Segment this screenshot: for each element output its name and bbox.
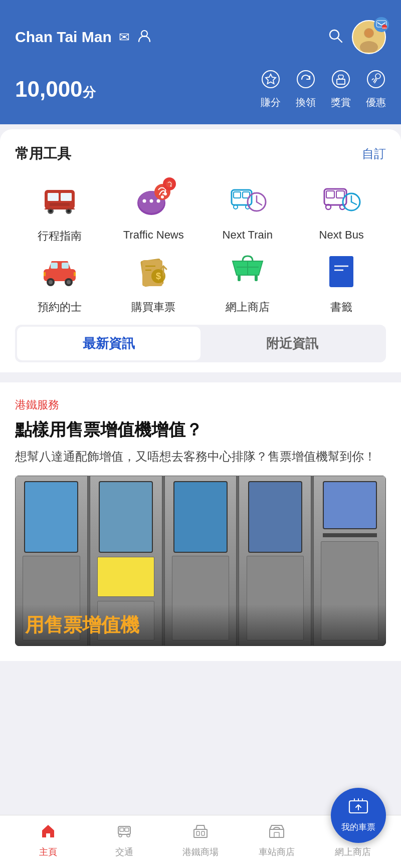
svg-rect-19 xyxy=(48,193,59,201)
tool-next-train[interactable]: Next Train xyxy=(203,177,292,244)
svg-rect-61 xyxy=(74,272,76,276)
fab-label: 我的車票 xyxy=(341,821,375,833)
avatar-container[interactable]: ••• xyxy=(352,20,386,54)
tool-bookmark[interactable]: 書籤 xyxy=(297,249,386,315)
machine-screen-1 xyxy=(24,481,78,553)
journey-icon xyxy=(40,180,80,220)
svg-point-34 xyxy=(161,195,164,198)
svg-rect-83 xyxy=(196,831,199,835)
svg-rect-13 xyxy=(337,79,345,84)
next-train-icon xyxy=(228,180,268,220)
station-shop-label: 車站商店 xyxy=(259,846,295,858)
home-label: 主頁 xyxy=(39,846,57,858)
tool-journey[interactable]: 行程指南 xyxy=(15,177,104,244)
profile-icon[interactable] xyxy=(137,28,152,47)
tool-next-bus[interactable]: Next Bus xyxy=(297,177,386,244)
svg-rect-47 xyxy=(336,191,344,198)
quick-action-earn[interactable]: 賺分 xyxy=(261,69,281,109)
news-title[interactable]: 點樣用售票增值機增值？ xyxy=(15,418,386,441)
tool-taxi[interactable]: 預約的士 xyxy=(15,249,104,315)
fab-icon xyxy=(348,798,368,819)
nav-home[interactable]: 主頁 xyxy=(10,822,86,858)
journey-icon-wrapper xyxy=(37,177,82,223)
quick-action-reward[interactable]: 獎賞 xyxy=(331,69,351,109)
customize-button[interactable]: 自訂 xyxy=(362,146,386,162)
tool-traffic-news[interactable]: Traffic News xyxy=(109,177,198,244)
svg-rect-38 xyxy=(234,192,241,198)
offer-label: 優惠 xyxy=(366,96,386,109)
nav-mtr-mall[interactable]: 港鐵商場 xyxy=(162,822,239,858)
svg-rect-60 xyxy=(44,272,46,276)
transport-icon xyxy=(116,822,133,843)
reward-icon xyxy=(331,69,351,93)
svg-line-2 xyxy=(338,38,342,42)
username: Chan Tai Man xyxy=(15,29,112,46)
svg-rect-84 xyxy=(202,831,205,835)
next-train-icon-wrapper xyxy=(225,177,270,223)
taxi-label: 預約的士 xyxy=(38,300,82,315)
next-bus-label: Next Bus xyxy=(319,229,364,242)
svg-point-23 xyxy=(49,209,52,212)
buy-ticket-icon: $ xyxy=(133,251,173,291)
bookmark-label: 書籤 xyxy=(330,300,352,315)
mtr-mall-icon xyxy=(192,822,209,843)
svg-text:•••: ••• xyxy=(382,26,387,29)
nav-station-shop[interactable]: 車站商店 xyxy=(239,822,315,858)
online-shop-icon-wrapper xyxy=(225,249,270,294)
svg-point-14 xyxy=(367,71,384,88)
online-shop-nav-label: 網上商店 xyxy=(335,846,371,858)
redeem-label: 換領 xyxy=(296,96,316,109)
next-bus-icon-wrapper xyxy=(319,177,364,223)
machine-screen-5 xyxy=(323,481,377,529)
svg-point-29 xyxy=(143,199,146,203)
bookmark-icon xyxy=(321,251,361,291)
svg-rect-86 xyxy=(274,832,279,837)
traffic-news-icon-wrapper xyxy=(131,177,176,223)
news-category: 港鐵服務 xyxy=(15,397,386,412)
quick-action-redeem[interactable]: 換領 xyxy=(296,69,316,109)
home-icon xyxy=(40,822,57,843)
redeem-icon xyxy=(296,69,316,93)
header-left: Chan Tai Man ✉ xyxy=(15,28,152,47)
next-train-label: Next Train xyxy=(223,229,273,242)
machine-body-2 xyxy=(97,557,155,596)
image-caption-overlay: 用售票增值機 xyxy=(15,604,386,646)
quick-actions: 賺分 換領 xyxy=(261,69,386,109)
svg-rect-54 xyxy=(51,263,58,269)
svg-rect-82 xyxy=(194,829,207,837)
tab-nearby[interactable]: 附近資訊 xyxy=(200,327,384,360)
tool-buy-ticket[interactable]: $ 購買車票 xyxy=(109,249,198,315)
machine-screen-2 xyxy=(99,481,153,553)
news-image[interactable]: 用售票增值機 xyxy=(15,476,386,646)
svg-rect-46 xyxy=(326,191,334,198)
machine-screen-3 xyxy=(173,481,228,553)
divider xyxy=(0,372,401,382)
svg-point-36 xyxy=(170,185,172,187)
svg-point-31 xyxy=(157,199,160,203)
nav-transport[interactable]: 交通 xyxy=(86,822,162,858)
svg-text:$: $ xyxy=(156,271,161,281)
svg-point-25 xyxy=(67,209,70,212)
tab-latest[interactable]: 最新資訊 xyxy=(17,327,200,360)
machine-screen-4 xyxy=(248,481,302,553)
buy-ticket-icon-wrapper: $ xyxy=(131,249,176,294)
my-ticket-fab[interactable]: 我的車票 xyxy=(331,788,386,843)
news-description: 想幫八達通配飾增值，又唔想去客務中心排隊？售票增值機幫到你！ xyxy=(15,448,386,466)
earn-label: 賺分 xyxy=(261,96,281,109)
svg-rect-69 xyxy=(238,275,241,281)
quick-action-offer[interactable]: 優惠 xyxy=(366,69,386,109)
tool-online-shop[interactable]: 網上商店 xyxy=(203,249,292,315)
notification-badge: ••• xyxy=(374,17,389,32)
taxi-icon xyxy=(40,251,80,291)
traffic-news-label: Traffic News xyxy=(123,229,184,242)
svg-rect-21 xyxy=(50,203,70,206)
mail-icon[interactable]: ✉ xyxy=(119,30,130,45)
svg-point-15 xyxy=(375,74,380,79)
search-icon[interactable] xyxy=(327,27,344,48)
svg-rect-70 xyxy=(255,275,258,281)
svg-rect-55 xyxy=(62,263,69,269)
bookmark-icon-wrapper xyxy=(319,249,364,294)
points-row: 10,000分 賺分 xyxy=(15,69,386,109)
tools-grid-row2: 預約的士 $ 購買車票 xyxy=(15,249,386,315)
news-section: 港鐵服務 點樣用售票增值機增值？ 想幫八達通配飾增值，又唔想去客務中心排隊？售票… xyxy=(0,382,401,661)
